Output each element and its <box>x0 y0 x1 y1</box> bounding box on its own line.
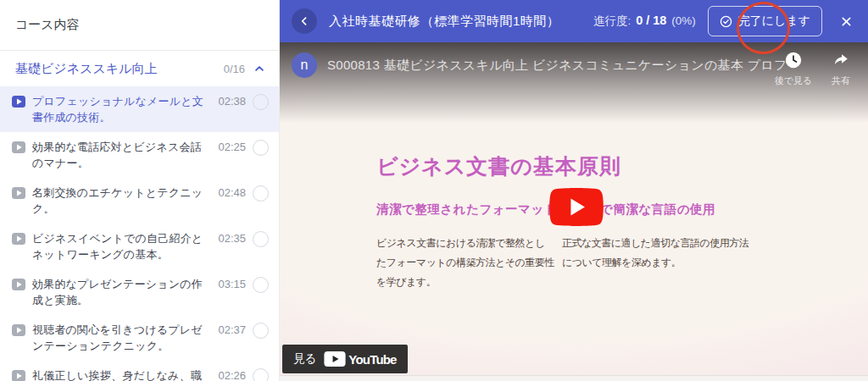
lesson-item[interactable]: 視聴者の関心を引きつけるプレゼンテーションテクニック。 02:37 <box>0 315 279 361</box>
video-play-icon <box>12 141 25 154</box>
video-play-icon <box>12 323 25 337</box>
section-header[interactable]: 基礎ビジネススキル向上 0/16 <box>0 51 279 86</box>
lesson-duration: 02:26 <box>218 369 246 381</box>
lesson-title: 効果的な電話応対とビジネス会話のマナー。 <box>32 139 211 171</box>
lesson-item[interactable]: 効果的な電話応対とビジネス会話のマナー。 02:25 <box>0 132 279 178</box>
youtube-play-icon <box>549 188 604 226</box>
check-circle-icon <box>720 15 732 28</box>
slide-column-body: ビジネス文書における清潔で整然としたフォーマットの構築方法とその重要性を学びます… <box>376 234 554 292</box>
slide-column-body: 正式な文書に適した適切な言語の使用方法について理解を深めます。 <box>562 234 757 273</box>
lesson-item[interactable]: 名刺交換のエチケットとテクニック。 02:48 <box>0 178 279 224</box>
completion-circle[interactable] <box>253 94 269 110</box>
completion-circle[interactable] <box>253 185 269 202</box>
lesson-duration: 02:48 <box>218 186 246 199</box>
lesson-title: 名刺交換のエチケットとテクニック。 <box>32 185 211 217</box>
share-button[interactable]: 共有 <box>819 51 863 87</box>
completion-circle[interactable] <box>253 140 269 156</box>
watch-on-youtube-badge[interactable]: 見る YouTube <box>282 345 408 373</box>
video-play-icon <box>12 369 25 381</box>
lesson-duration: 02:38 <box>218 95 246 108</box>
lesson-duration: 03:15 <box>218 278 246 290</box>
watch-label: 見る <box>293 351 316 367</box>
channel-avatar[interactable]: n <box>292 52 317 78</box>
course-player-app: コース内容 基礎ビジネススキル向上 0/16 プロフェッショナルなメールと文書作… <box>0 0 868 381</box>
progress-value: 0 / 18 <box>636 14 666 27</box>
lesson-item[interactable]: ビジネスイベントでの自己紹介とネットワーキングの基本。 02:35 <box>0 224 279 269</box>
progress-indicator: 進行度: 0 / 18 (0%) <box>593 14 696 29</box>
video-play-icon <box>12 232 25 246</box>
video-title-link[interactable]: S000813 基礎ビジネススキル向上 ビジネスコミュニケーションの基本 プロフ… <box>327 58 785 74</box>
play-button[interactable] <box>549 188 604 226</box>
slide-column-left: 清潔で整理されたフォーマット ビジネス文書における清潔で整然としたフォーマットの… <box>376 202 554 292</box>
lesson-item[interactable]: プロフェッショナルなメールと文書作成の技術。 02:38 <box>0 86 279 132</box>
section-progress-count: 0/16 <box>224 63 245 75</box>
progress-label: 進行度: <box>593 14 631 27</box>
back-button[interactable] <box>292 8 317 34</box>
mark-complete-button[interactable]: 完了にします <box>708 6 822 36</box>
close-icon <box>840 15 853 28</box>
watch-later-label: 後で見る <box>775 75 813 86</box>
youtube-logo-icon <box>324 351 346 367</box>
lesson-title: 視聴者の関心を引きつけるプレゼンテーションテクニック。 <box>32 322 211 354</box>
video-play-icon <box>12 186 25 200</box>
close-button[interactable] <box>836 11 856 31</box>
progress-percent: (0%) <box>671 14 696 27</box>
slide-title: ビジネス文書の基本原則 <box>376 152 621 180</box>
lesson-title: プロフェッショナルなメールと文書作成の技術。 <box>32 93 211 125</box>
sidebar-title: コース内容 <box>0 0 279 51</box>
course-title: 入社時基礎研修（標準学習時間1時間） <box>329 14 559 30</box>
youtube-header: n S000813 基礎ビジネススキル向上 ビジネスコミュニケーションの基本 プ… <box>280 42 868 93</box>
share-arrow-icon <box>832 51 850 69</box>
lesson-duration: 02:35 <box>218 232 246 245</box>
course-topbar: 入社時基礎研修（標準学習時間1時間） 進行度: 0 / 18 (0%) 完了にし… <box>280 0 868 42</box>
video-play-icon <box>12 278 25 291</box>
completion-circle[interactable] <box>253 368 269 381</box>
page-background-strip <box>280 375 868 381</box>
chevron-left-icon <box>298 15 310 27</box>
lesson-title: 礼儀正しい挨拶、身だしなみ、職場での態度。 <box>32 367 211 381</box>
video-player[interactable]: n S000813 基礎ビジネススキル向上 ビジネスコミュニケーションの基本 プ… <box>280 42 868 375</box>
lesson-item[interactable]: 効果的なプレゼンテーションの作成と実施。 03:15 <box>0 269 279 315</box>
clock-icon <box>784 51 803 69</box>
video-play-icon <box>12 95 25 108</box>
watch-later-button[interactable]: 後で見る <box>771 51 815 87</box>
chevron-up-icon <box>253 63 265 75</box>
lesson-main-panel: 入社時基礎研修（標準学習時間1時間） 進行度: 0 / 18 (0%) 完了にし… <box>280 0 868 381</box>
lesson-duration: 02:25 <box>218 141 246 153</box>
youtube-logo: YouTube <box>324 351 396 367</box>
completion-circle[interactable] <box>253 231 269 247</box>
slide-column-heading: 清潔で整理されたフォーマット <box>376 202 554 218</box>
course-content-sidebar: コース内容 基礎ビジネススキル向上 0/16 プロフェッショナルなメールと文書作… <box>0 0 280 381</box>
mark-complete-label: 完了にします <box>738 14 810 29</box>
lesson-title: ビジネスイベントでの自己紹介とネットワーキングの基本。 <box>32 230 211 262</box>
section-title: 基礎ビジネススキル向上 <box>15 61 224 77</box>
share-label: 共有 <box>832 75 850 86</box>
lesson-duration: 02:37 <box>218 323 246 336</box>
completion-circle[interactable] <box>253 277 269 293</box>
lesson-item[interactable]: 礼儀正しい挨拶、身だしなみ、職場での態度。 02:26 <box>0 361 279 381</box>
completion-circle[interactable] <box>253 323 269 339</box>
lesson-title: 効果的なプレゼンテーションの作成と実施。 <box>32 276 211 308</box>
youtube-wordmark: YouTube <box>348 352 396 367</box>
